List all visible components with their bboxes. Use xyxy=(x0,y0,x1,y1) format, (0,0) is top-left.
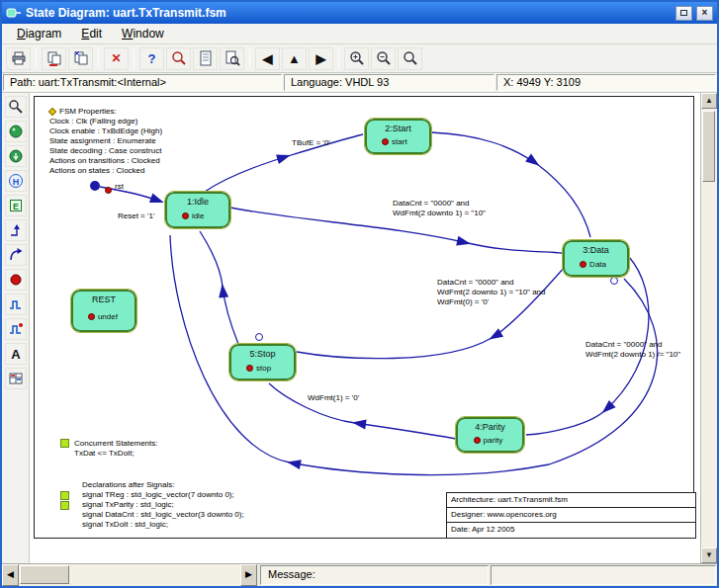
declarations-title: Declarations after Signals: xyxy=(82,480,174,490)
declarations-lines: signal TReg : std_logic_vector(7 downto … xyxy=(82,490,244,530)
export-button[interactable] xyxy=(42,47,66,70)
state-action-label: parity xyxy=(484,436,503,445)
state-stop[interactable]: 5:Stopstop xyxy=(229,344,296,380)
initial-state-dot[interactable] xyxy=(90,181,100,191)
scroll-up-button[interactable]: ▲ xyxy=(701,93,717,109)
toolbar-separator xyxy=(338,49,339,67)
preview-button[interactable] xyxy=(220,47,244,70)
concurrent-statements-block[interactable]: Concurrent Statements: TxDat <= TxDoIt; xyxy=(74,439,157,459)
declarations-block[interactable]: Declarations after Signals: signal TReg … xyxy=(82,480,244,530)
state-tool-button[interactable] xyxy=(5,121,27,142)
hierarchical-state-tool-button[interactable]: H xyxy=(5,170,27,192)
wave-tool-button[interactable] xyxy=(5,294,27,315)
text-line: signal TxParity : std_logic; xyxy=(82,500,244,510)
state-start[interactable]: 2:Startstart xyxy=(365,119,431,154)
state-action-label: Data xyxy=(589,260,606,269)
table-tool-icon xyxy=(8,371,24,386)
wave-tool-icon xyxy=(8,296,24,312)
text-tool-button[interactable]: A xyxy=(5,343,27,365)
reset-action-label: rst xyxy=(115,182,124,192)
transition-label[interactable]: TBufE = '0' xyxy=(292,138,330,148)
start-state-tool-icon xyxy=(8,148,24,164)
text-line: Actions on transitions : Clocked xyxy=(49,156,162,166)
text-line: Date: Apr 12 2005 xyxy=(447,523,695,538)
print-button[interactable] xyxy=(6,47,31,70)
transition-label[interactable]: DataCnt = "0000" and WdFmt(2 downto 1) /… xyxy=(585,340,680,360)
zoom-in-button[interactable] xyxy=(344,47,369,70)
transition-label[interactable]: DataCnt = "0000" and WdFmt(2 downto 1) =… xyxy=(437,278,546,307)
fsm-properties-block[interactable]: FSM Properties: Clock : Clk (Falling edg… xyxy=(49,107,162,176)
arc-transition-tool-button[interactable] xyxy=(5,244,27,266)
maximize-button[interactable] xyxy=(675,6,692,21)
nav-up-button[interactable]: ▲ xyxy=(282,47,307,70)
preview-icon xyxy=(225,50,240,66)
diagram-canvas[interactable]: FSM Properties: Clock : Clk (Falling edg… xyxy=(30,93,700,563)
state-idle[interactable]: 1:Idleidle xyxy=(165,192,230,228)
scroll-down-button[interactable]: ▼ xyxy=(701,547,717,563)
horizontal-scroll-track[interactable] xyxy=(19,564,240,586)
diagram-page: FSM Properties: Clock : Clk (Falling edg… xyxy=(34,96,694,539)
arc-transition-tool-icon xyxy=(8,247,24,263)
transition-label[interactable]: WdFmt(1) = '0' xyxy=(308,393,359,403)
vertical-scroll-track[interactable] xyxy=(701,109,717,547)
action-tool-button[interactable] xyxy=(5,269,27,291)
vertical-scrollbar[interactable]: ▲ ▼ xyxy=(700,93,717,563)
state-title: 3:Data xyxy=(565,245,627,255)
menu-diagram[interactable]: Diagram xyxy=(8,25,70,42)
toolbar-separator xyxy=(134,49,135,67)
text-line: TxDat <= TxDoIt; xyxy=(74,449,157,459)
tool-palette: H E A xyxy=(2,93,30,563)
horizontal-scroll-thumb[interactable] xyxy=(20,565,69,584)
delete-button[interactable]: ✕ xyxy=(104,47,129,70)
menu-edit[interactable]: Edit xyxy=(72,25,111,42)
zoom-tool-button[interactable] xyxy=(5,96,27,118)
reset-action-dot xyxy=(105,187,112,194)
text-line: State decoding : Case construct xyxy=(49,146,162,156)
state-parity[interactable]: 4:Parityparity xyxy=(456,417,524,453)
vertical-scroll-thumb[interactable] xyxy=(702,111,715,182)
find-button[interactable] xyxy=(166,47,191,70)
fsm-properties-title: FSM Properties: xyxy=(59,107,117,117)
scroll-left-button[interactable]: ◀ xyxy=(2,564,19,586)
nav-up-icon: ▲ xyxy=(288,51,301,66)
state-action: stop xyxy=(246,364,271,373)
zoom-out-button[interactable] xyxy=(371,47,396,70)
app-window: State Diagram: uart.TxTransmit.fsm × Dia… xyxy=(0,0,719,588)
close-button[interactable]: × xyxy=(696,6,713,21)
transition-label[interactable]: DataCnt = "0000" and WdFmt(2 downto 1) =… xyxy=(393,199,486,218)
infobar: Path: uart:TxTransmit:<Internal> Languag… xyxy=(2,73,717,93)
state-action-dot xyxy=(182,212,189,219)
nav-back-button[interactable]: ◀ xyxy=(255,47,280,70)
import-icon xyxy=(73,50,89,66)
report-button[interactable] xyxy=(193,47,218,70)
state-action: idle xyxy=(182,211,204,220)
nav-forward-button[interactable]: ▶ xyxy=(309,47,333,70)
transition-tool-button[interactable] xyxy=(5,219,27,241)
nav-back-icon: ◀ xyxy=(263,51,273,66)
window-title: State Diagram: uart.TxTransmit.fsm xyxy=(26,6,672,20)
zoom-fit-button[interactable] xyxy=(398,47,422,70)
svg-text:H: H xyxy=(12,177,19,187)
transition-label[interactable]: Reset = '1' xyxy=(118,211,155,221)
clocked-wave-tool-button[interactable] xyxy=(5,318,27,340)
menu-window[interactable]: Window xyxy=(113,25,173,42)
scroll-right-button[interactable]: ▶ xyxy=(240,564,257,586)
state-rest[interactable]: RESTundef xyxy=(71,290,136,332)
fsm-properties-lines: Clock : Clk (Falling edge)Clock enable :… xyxy=(49,117,162,176)
main-area: H E A xyxy=(2,93,717,563)
export-icon xyxy=(46,50,62,66)
help-button[interactable]: ? xyxy=(139,47,164,70)
arrowhead xyxy=(525,153,542,169)
maximize-icon xyxy=(680,10,687,16)
table-tool-button[interactable] xyxy=(5,368,27,389)
architecture-info-box[interactable]: Architecture: uart.TxTransmit.fsmDesigne… xyxy=(446,492,696,539)
text-tool-icon: A xyxy=(8,346,24,362)
end-state-tool-button[interactable]: E xyxy=(5,195,27,216)
cursor-position-field: X: 4949 Y: 3109 xyxy=(496,74,716,91)
toolbar-separator xyxy=(249,49,250,67)
import-button[interactable] xyxy=(68,47,93,70)
start-state-tool-button[interactable] xyxy=(5,145,27,167)
horizontal-scrollbar[interactable]: ◀ ▶ xyxy=(2,564,257,586)
state-data[interactable]: 3:DataData xyxy=(563,240,629,277)
nav-forward-icon: ▶ xyxy=(316,51,326,66)
